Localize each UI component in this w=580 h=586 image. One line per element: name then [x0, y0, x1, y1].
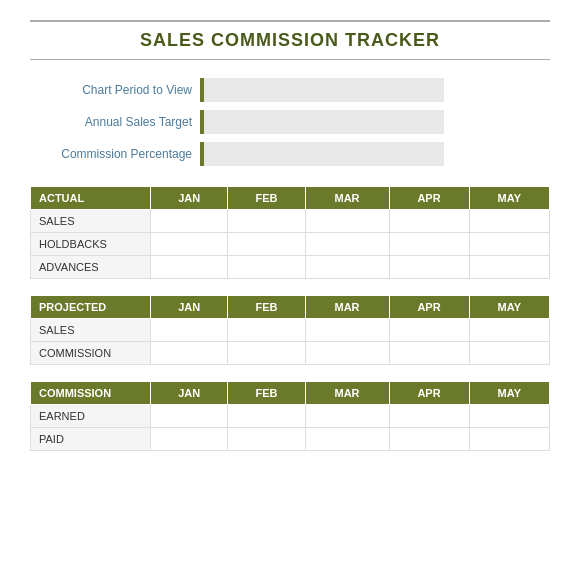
data-cell[interactable] [151, 428, 228, 451]
row-label: SALES [31, 210, 151, 233]
table-header-actual: ACTUALJANFEBMARAPRMAY [31, 187, 550, 210]
table-header-commission: COMMISSIONJANFEBMARAPRMAY [31, 382, 550, 405]
data-cell[interactable] [151, 210, 228, 233]
data-cell[interactable] [305, 342, 389, 365]
data-cell[interactable] [228, 233, 305, 256]
col-header-month-0: JAN [151, 382, 228, 405]
table-header-projected: PROJECTEDJANFEBMARAPRMAY [31, 296, 550, 319]
data-cell[interactable] [469, 342, 549, 365]
data-cell[interactable] [389, 428, 469, 451]
form-row-2: Commission Percentage [30, 142, 550, 166]
col-header-month-3: APR [389, 187, 469, 210]
col-header-label: ACTUAL [31, 187, 151, 210]
table-row: EARNED [31, 405, 550, 428]
data-cell[interactable] [151, 319, 228, 342]
table-row: SALES [31, 210, 550, 233]
row-label: HOLDBACKS [31, 233, 151, 256]
data-cell[interactable] [228, 319, 305, 342]
data-cell[interactable] [469, 319, 549, 342]
data-cell[interactable] [151, 233, 228, 256]
data-cell[interactable] [228, 405, 305, 428]
data-cell[interactable] [389, 405, 469, 428]
data-cell[interactable] [305, 428, 389, 451]
row-label: SALES [31, 319, 151, 342]
form-section: Chart Period to ViewAnnual Sales TargetC… [30, 78, 550, 166]
row-label: EARNED [31, 405, 151, 428]
col-header-month-1: FEB [228, 187, 305, 210]
data-cell[interactable] [389, 319, 469, 342]
col-header-month-1: FEB [228, 382, 305, 405]
row-label: PAID [31, 428, 151, 451]
form-label-1: Annual Sales Target [30, 115, 200, 129]
col-header-month-3: APR [389, 296, 469, 319]
data-cell[interactable] [305, 319, 389, 342]
form-input-2[interactable] [204, 142, 444, 166]
table-row: HOLDBACKS [31, 233, 550, 256]
page-title: SALES COMMISSION TRACKER [30, 30, 550, 51]
col-header-label: PROJECTED [31, 296, 151, 319]
data-cell[interactable] [469, 405, 549, 428]
data-cell[interactable] [305, 405, 389, 428]
table-row: ADVANCES [31, 256, 550, 279]
top-divider [30, 20, 550, 22]
col-header-month-0: JAN [151, 296, 228, 319]
data-cell[interactable] [228, 342, 305, 365]
data-cell[interactable] [305, 256, 389, 279]
data-cell[interactable] [228, 428, 305, 451]
table-section-actual: ACTUALJANFEBMARAPRMAYSALESHOLDBACKSADVAN… [30, 186, 550, 279]
table-commission: COMMISSIONJANFEBMARAPRMAYEARNEDPAID [30, 381, 550, 451]
col-header-month-3: APR [389, 382, 469, 405]
col-header-month-2: MAR [305, 187, 389, 210]
table-section-projected: PROJECTEDJANFEBMARAPRMAYSALESCOMMISSION [30, 295, 550, 365]
data-cell[interactable] [469, 256, 549, 279]
col-header-month-4: MAY [469, 382, 549, 405]
bottom-divider [30, 59, 550, 60]
tables-container: ACTUALJANFEBMARAPRMAYSALESHOLDBACKSADVAN… [30, 186, 550, 451]
row-label: COMMISSION [31, 342, 151, 365]
page-container: SALES COMMISSION TRACKER Chart Period to… [0, 0, 580, 497]
data-cell[interactable] [389, 233, 469, 256]
col-header-month-1: FEB [228, 296, 305, 319]
form-label-2: Commission Percentage [30, 147, 200, 161]
table-actual: ACTUALJANFEBMARAPRMAYSALESHOLDBACKSADVAN… [30, 186, 550, 279]
form-input-wrapper-1 [200, 110, 444, 134]
table-row: SALES [31, 319, 550, 342]
form-label-0: Chart Period to View [30, 83, 200, 97]
table-projected: PROJECTEDJANFEBMARAPRMAYSALESCOMMISSION [30, 295, 550, 365]
data-cell[interactable] [151, 405, 228, 428]
col-header-month-2: MAR [305, 382, 389, 405]
data-cell[interactable] [228, 210, 305, 233]
col-header-label: COMMISSION [31, 382, 151, 405]
data-cell[interactable] [151, 342, 228, 365]
table-section-commission: COMMISSIONJANFEBMARAPRMAYEARNEDPAID [30, 381, 550, 451]
data-cell[interactable] [389, 342, 469, 365]
form-row-1: Annual Sales Target [30, 110, 550, 134]
form-input-1[interactable] [204, 110, 444, 134]
data-cell[interactable] [305, 233, 389, 256]
row-label: ADVANCES [31, 256, 151, 279]
data-cell[interactable] [389, 256, 469, 279]
col-header-month-4: MAY [469, 296, 549, 319]
data-cell[interactable] [469, 233, 549, 256]
col-header-month-0: JAN [151, 187, 228, 210]
data-cell[interactable] [228, 256, 305, 279]
col-header-month-2: MAR [305, 296, 389, 319]
table-row: PAID [31, 428, 550, 451]
form-input-wrapper-0 [200, 78, 444, 102]
data-cell[interactable] [389, 210, 469, 233]
form-input-0[interactable] [204, 78, 444, 102]
data-cell[interactable] [305, 210, 389, 233]
form-row-0: Chart Period to View [30, 78, 550, 102]
data-cell[interactable] [151, 256, 228, 279]
form-input-wrapper-2 [200, 142, 444, 166]
table-row: COMMISSION [31, 342, 550, 365]
col-header-month-4: MAY [469, 187, 549, 210]
data-cell[interactable] [469, 210, 549, 233]
data-cell[interactable] [469, 428, 549, 451]
